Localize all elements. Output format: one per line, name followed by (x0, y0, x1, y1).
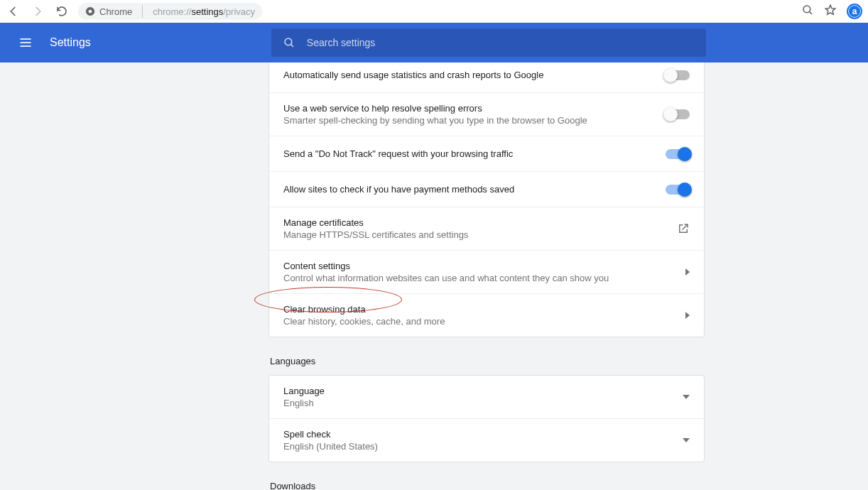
privacy-row-3-toggle[interactable] (666, 185, 690, 195)
privacy-row-3-text: Allow sites to check if you have payment… (283, 184, 649, 195)
chrome-logo-icon (85, 6, 95, 16)
svg-line-3 (809, 11, 812, 14)
privacy-row-1: Use a web service to help resolve spelli… (269, 93, 704, 136)
privacy-row-6[interactable]: Clear browsing dataClear history, cookie… (269, 294, 704, 337)
page-title: Settings (50, 36, 91, 49)
privacy-row-5[interactable]: Content settingsControl what information… (269, 251, 704, 294)
browser-toolbar: Chrome chrome://settings/privacy a (0, 0, 868, 23)
privacy-row-2-control (657, 149, 690, 159)
privacy-row-6-title: Clear browsing data (283, 304, 649, 315)
privacy-row-0-text: Automatically send usage statistics and … (283, 70, 649, 80)
privacy-row-2-text: Send a "Do Not Track" request with your … (283, 148, 649, 159)
settings-body: Automatically send usage statistics and … (0, 62, 868, 490)
language-row-0[interactable]: LanguageEnglish (269, 376, 704, 419)
svg-point-1 (88, 9, 92, 13)
forward-button[interactable] (30, 4, 45, 19)
privacy-row-5-control (657, 268, 690, 276)
privacy-row-4-control (657, 222, 690, 235)
privacy-row-0-title: Automatically send usage statistics and … (283, 70, 649, 80)
privacy-row-5-subtitle: Control what information websites can us… (283, 273, 649, 283)
privacy-row-1-toggle[interactable] (666, 109, 690, 119)
language-row-1-title: Spell check (283, 429, 649, 440)
search-icon (283, 36, 295, 49)
page-zoom-icon[interactable] (801, 4, 814, 19)
privacy-row-4-text: Manage certificatesManage HTTPS/SSL cert… (283, 217, 649, 240)
chevron-right-icon (685, 268, 690, 276)
privacy-row-2-title: Send a "Do Not Track" request with your … (283, 148, 649, 159)
chevron-down-icon (683, 438, 690, 442)
language-row-0-text: LanguageEnglish (283, 386, 649, 408)
privacy-section-card: Automatically send usage statistics and … (268, 62, 705, 337)
language-row-0-control (657, 395, 690, 399)
svg-point-2 (803, 6, 810, 13)
privacy-row-0-toggle[interactable] (666, 70, 690, 80)
search-box[interactable] (271, 28, 706, 57)
origin-label: Chrome (99, 6, 132, 17)
downloads-section-label: Downloads (268, 481, 705, 490)
privacy-row-1-control (657, 109, 690, 119)
privacy-row-2-toggle[interactable] (666, 149, 690, 159)
language-row-1-control (657, 438, 690, 442)
language-row-1-subtitle: English (United States) (283, 441, 649, 452)
chevron-down-icon (683, 395, 690, 399)
privacy-row-0-control (657, 70, 690, 80)
privacy-row-3-control (657, 185, 690, 195)
privacy-row-1-title: Use a web service to help resolve spelli… (283, 103, 649, 114)
privacy-row-4[interactable]: Manage certificatesManage HTTPS/SSL cert… (269, 207, 704, 251)
divider (142, 5, 143, 18)
privacy-row-5-text: Content settingsControl what information… (283, 261, 649, 283)
svg-line-9 (291, 44, 293, 47)
privacy-row-1-text: Use a web service to help resolve spelli… (283, 103, 649, 126)
external-link-icon (677, 222, 690, 235)
bookmark-star-icon[interactable] (824, 4, 837, 19)
url-display: chrome://settings/privacy (153, 6, 255, 17)
privacy-row-3: Allow sites to check if you have payment… (269, 172, 704, 207)
privacy-row-6-subtitle: Clear history, cookies, cache, and more (283, 316, 649, 327)
svg-marker-4 (825, 5, 835, 14)
svg-point-8 (285, 38, 292, 45)
privacy-row-6-text: Clear browsing dataClear history, cookie… (283, 304, 649, 327)
chevron-right-icon (685, 312, 690, 319)
language-row-1[interactable]: Spell checkEnglish (United States) (269, 419, 704, 462)
search-input[interactable] (307, 37, 695, 48)
privacy-row-2: Send a "Do Not Track" request with your … (269, 136, 704, 172)
profile-initial: a (852, 6, 857, 16)
privacy-row-0: Automatically send usage statistics and … (269, 62, 704, 93)
reload-button[interactable] (54, 4, 70, 19)
privacy-row-3-title: Allow sites to check if you have payment… (283, 184, 649, 195)
language-row-0-title: Language (283, 386, 649, 396)
language-row-1-text: Spell checkEnglish (United States) (283, 429, 649, 452)
privacy-row-1-subtitle: Smarter spell-checking by sending what y… (283, 115, 649, 126)
privacy-row-4-subtitle: Manage HTTPS/SSL certificates and settin… (283, 229, 649, 240)
languages-section-card: LanguageEnglishSpell checkEnglish (Unite… (268, 375, 705, 462)
privacy-row-4-title: Manage certificates (283, 217, 649, 228)
privacy-row-6-control (657, 312, 690, 319)
language-row-0-subtitle: English (283, 398, 649, 408)
address-bar[interactable]: Chrome chrome://settings/privacy (78, 3, 262, 20)
languages-section-label: Languages (268, 356, 705, 375)
privacy-row-5-title: Content settings (283, 261, 649, 271)
profile-avatar[interactable]: a (847, 4, 862, 19)
back-button[interactable] (6, 4, 21, 19)
settings-header: Settings (0, 23, 868, 62)
menu-icon[interactable] (17, 34, 34, 51)
